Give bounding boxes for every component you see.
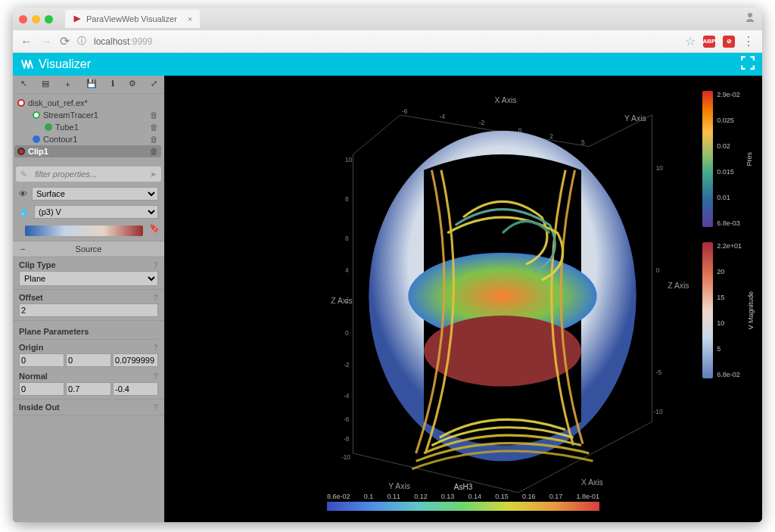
svg-text:-4: -4 (344, 392, 350, 400)
plane-params-section: Plane Parameters Origin? Normal? (13, 321, 164, 400)
settings-gear-icon[interactable]: ⚙ (129, 79, 136, 90)
droplet-icon[interactable]: 💧 (19, 207, 30, 217)
side-panel: ↖ ▤ ＋ 💾 ℹ ⚙ ⤢ disk_out_ref.ex* StreamTra… (13, 76, 164, 522)
help-icon[interactable]: ? (153, 343, 158, 352)
clip-type-section: Clip Type? Plane (13, 257, 164, 290)
tree-item-streamtracer[interactable]: StreamTracer1🗑 (14, 109, 161, 121)
cursor-icon[interactable]: ↖ (20, 79, 27, 90)
svg-text:-8: -8 (344, 435, 350, 443)
svg-marker-0 (74, 16, 81, 23)
delete-icon[interactable]: 🗑 (150, 110, 158, 120)
source-header[interactable]: − Source (13, 241, 164, 257)
origin-x-input[interactable] (19, 353, 64, 367)
origin-y-input[interactable] (66, 353, 111, 367)
svg-text:5: 5 (581, 138, 585, 146)
svg-text:2: 2 (549, 132, 553, 140)
tab-close-icon[interactable]: × (188, 14, 192, 23)
minimize-window-icon[interactable] (32, 15, 40, 23)
maximize-window-icon[interactable] (45, 15, 53, 23)
visualizer-logo-icon (20, 58, 34, 71)
save-icon[interactable]: 💾 (86, 79, 97, 90)
extension-icon[interactable]: ⊘ (723, 36, 735, 48)
help-icon[interactable]: ? (153, 260, 158, 269)
clip-type-select[interactable]: Plane (19, 271, 158, 286)
close-window-icon[interactable] (19, 15, 27, 23)
browser-window: ParaViewWeb Visualizer × ← → ⟳ ⓘ localho… (13, 8, 762, 522)
user-icon[interactable] (744, 11, 756, 26)
svg-text:0: 0 (345, 329, 349, 337)
svg-text:-4: -4 (440, 113, 446, 120)
delete-icon[interactable]: 🗑 (150, 147, 158, 156)
render-view[interactable]: X Axis Y Axis Z Axis Z Axis Y Axis X Axi… (164, 76, 762, 522)
paraview-favicon-icon (73, 14, 82, 23)
browser-tab[interactable]: ParaViewWeb Visualizer × (65, 10, 200, 28)
representation-row: 👁 Surface (13, 185, 164, 203)
main-area: ↖ ▤ ＋ 💾 ℹ ⚙ ⤢ disk_out_ref.ex* StreamTra… (13, 76, 762, 522)
svg-text:-10: -10 (341, 453, 350, 461)
svg-text:-6: -6 (344, 415, 350, 423)
svg-text:-10: -10 (654, 408, 663, 415)
help-icon[interactable]: ? (153, 372, 158, 381)
minus-icon[interactable]: − (20, 244, 25, 254)
tab-title: ParaViewWeb Visualizer (86, 14, 177, 23)
colorbar-ash3: AsH3 8.6e-02 0.1 0.11 0.12 0.13 0.14 0.1… (327, 483, 599, 511)
svg-text:Z Axis: Z Axis (331, 297, 352, 305)
svg-text:-2: -2 (479, 119, 485, 126)
info-icon[interactable]: ⓘ (77, 35, 86, 48)
wand-icon[interactable]: ✎ (16, 170, 32, 179)
url-text[interactable]: localhost:9999 (94, 36, 152, 47)
representation-select[interactable]: Surface (32, 187, 158, 201)
svg-text:10: 10 (345, 156, 353, 163)
tree-item-contour[interactable]: Contour1🗑 (14, 133, 161, 145)
colorby-row: 💧 (p3) V (13, 203, 164, 221)
svg-text:8: 8 (345, 195, 349, 203)
colorbar-strip (702, 91, 713, 227)
filter-properties: ✎ ➤ (16, 166, 161, 182)
pipeline-toolbar: ↖ ▤ ＋ 💾 ℹ ⚙ ⤢ (13, 76, 164, 94)
pipeline-tree: disk_out_ref.ex* StreamTracer1🗑 Tube1🗑 C… (13, 94, 164, 163)
colormap-preview[interactable] (25, 226, 143, 236)
add-icon[interactable]: ＋ (64, 79, 72, 90)
tree-item-tube[interactable]: Tube1🗑 (14, 121, 161, 133)
tab-bar: ParaViewWeb Visualizer × (13, 8, 762, 30)
colorbar-strip (702, 242, 713, 378)
colorbars-right: 2.9e-02 0.025 0.02 0.015 0.01 6.8e-03 Pr… (702, 91, 755, 378)
expand-icon[interactable]: ⤢ (151, 79, 157, 90)
svg-text:-6: -6 (402, 107, 408, 115)
normal-z-input[interactable] (113, 382, 158, 396)
svg-text:10: 10 (656, 164, 664, 172)
offset-input[interactable] (19, 303, 158, 317)
document-icon[interactable]: ▤ (42, 79, 49, 90)
colorbar-vmag: 2.2e+01 20 15 10 5 6.8e-02 V Magnitude (702, 242, 755, 378)
info-icon[interactable]: ℹ (111, 79, 114, 90)
normal-x-input[interactable] (19, 382, 64, 396)
svg-line-4 (353, 115, 400, 154)
bookmark-icon[interactable]: 🔖 (149, 223, 160, 233)
filter-input[interactable] (32, 166, 145, 182)
tree-item-disk[interactable]: disk_out_ref.ex* (14, 97, 161, 109)
help-icon[interactable]: ? (153, 293, 158, 302)
tree-item-clip[interactable]: Clip1🗑 (14, 145, 161, 157)
send-icon[interactable]: ➤ (145, 170, 161, 179)
eye-icon[interactable]: 👁 (19, 189, 27, 198)
svg-text:6: 6 (345, 235, 349, 242)
nav-back-icon[interactable]: ← (20, 35, 33, 48)
menu-icon[interactable]: ⋮ (742, 34, 755, 48)
svg-text:2: 2 (345, 297, 349, 305)
app-container: Visualizer ↖ ▤ ＋ 💾 ℹ ⚙ ⤢ disk_out_ref.ex… (13, 53, 762, 522)
nav-forward-icon: → (40, 35, 52, 48)
origin-z-input[interactable] (113, 353, 158, 367)
bookmark-star-icon[interactable]: ☆ (685, 34, 696, 48)
svg-text:-2: -2 (344, 361, 350, 369)
fullscreen-icon[interactable] (741, 56, 755, 73)
colorbar-strip (327, 502, 599, 511)
colorby-select[interactable]: (p3) V (34, 205, 158, 219)
svg-text:0: 0 (518, 126, 522, 134)
delete-icon[interactable]: 🗑 (150, 135, 158, 144)
delete-icon[interactable]: 🗑 (150, 123, 158, 132)
normal-y-input[interactable] (66, 382, 111, 396)
extension-icon[interactable]: ABP (703, 36, 715, 48)
help-icon[interactable]: ? (153, 403, 158, 412)
svg-text:X Axis: X Axis (495, 96, 517, 104)
reload-icon[interactable]: ⟳ (60, 34, 70, 48)
